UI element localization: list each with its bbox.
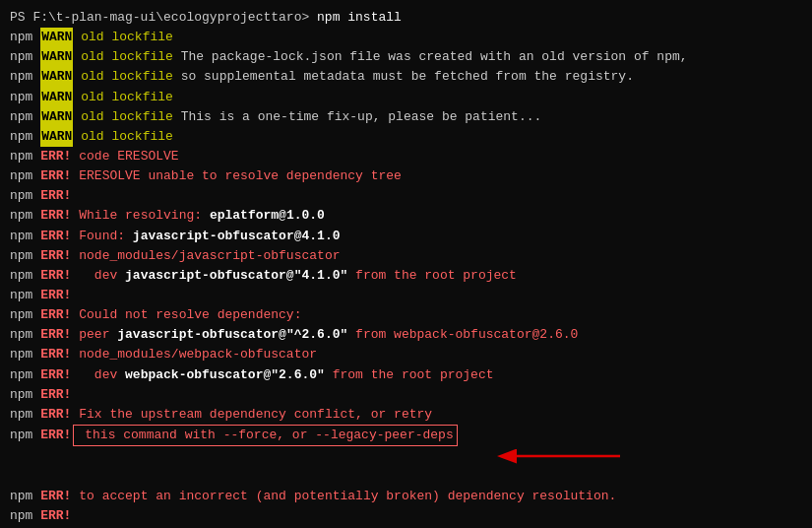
line-err-eresolve: npm ERR! ERESOLVE unable to resolve depe… [10,166,802,186]
boxed-text: this command with --force, or --legacy-p… [73,425,457,446]
prompt-text: PS F:\t-plan-mag-ui\ecologyprojecttaro> [10,8,309,28]
err-badge: ERR! [40,506,71,526]
line-warn-5: npm WARN old lockfile This is a one-time… [10,107,802,127]
err-badge: ERR! [40,206,71,226]
err-badge: ERR! [40,325,71,345]
warn-badge: WARN [40,107,73,127]
line-err-accept: npm ERR! to accept an incorrect (and pot… [10,487,802,506]
line-warn-1: npm WARN old lockfile [10,28,802,47]
err-badge: ERR! [40,385,71,405]
err-badge: ERR! [40,266,71,286]
line-err-nodemod: npm ERR! node_modules/javascript-obfusca… [10,246,802,266]
line-err-while: npm ERR! While resolving: eplatform@1.0.… [10,206,802,226]
line-warn-4: npm WARN old lockfile [10,88,802,107]
err-badge: ERR! [40,186,71,206]
line-err-empty-3: npm ERR! [10,385,802,405]
command-text: npm install [309,8,402,28]
line-err-dev2: npm ERR! dev webpack-obfuscator@"2.6.0" … [10,365,802,385]
line-warn-2: npm WARN old lockfile The package-lock.j… [10,47,802,67]
err-badge: ERR! [40,426,71,445]
arrow-svg [512,445,630,467]
warn-badge: WARN [40,88,73,107]
prompt-line: PS F:\t-plan-mag-ui\ecologyprojecttaro> … [10,8,802,28]
line-err-nodemod2: npm ERR! node_modules/webpack-obfuscator [10,345,802,364]
line-err-boxed: npm ERR! this command with --force, or -… [10,425,802,487]
line-warn-3: npm WARN old lockfile so supplemental me… [10,67,802,87]
err-badge: ERR! [40,305,71,325]
line-err-couldnot: npm ERR! Could not resolve dependency: [10,305,802,325]
err-badge: ERR! [40,345,71,364]
warn-badge: WARN [40,47,73,67]
line-err-empty-4: npm ERR! [10,506,802,526]
err-badge: ERR! [40,246,71,266]
err-badge: ERR! [40,365,71,385]
err-badge: ERR! [40,147,71,166]
err-badge: ERR! [40,227,71,246]
warn-badge: WARN [40,28,73,47]
line-err-peer: npm ERR! peer javascript-obfuscator@"^2.… [10,325,802,345]
line-warn-6: npm WARN old lockfile [10,127,802,147]
warn-badge: WARN [40,127,73,147]
line-err-found: npm ERR! Found: javascript-obfuscator@4.… [10,227,802,246]
err-badge: ERR! [40,166,71,186]
warn-badge: WARN [40,67,73,87]
err-badge: ERR! [40,487,71,506]
terminal-window: PS F:\t-plan-mag-ui\ecologyprojecttaro> … [0,0,812,528]
line-err-empty-2: npm ERR! [10,286,802,305]
line-err-empty-1: npm ERR! [10,186,802,206]
line-err-dev1: npm ERR! dev javascript-obfuscator@"4.1.… [10,266,802,286]
line-err-fix: npm ERR! Fix the upstream dependency con… [10,405,802,425]
line-err-code: npm ERR! code ERESOLVE [10,147,802,166]
err-badge: ERR! [40,286,71,305]
err-badge: ERR! [40,405,71,425]
red-arrow [466,426,630,487]
